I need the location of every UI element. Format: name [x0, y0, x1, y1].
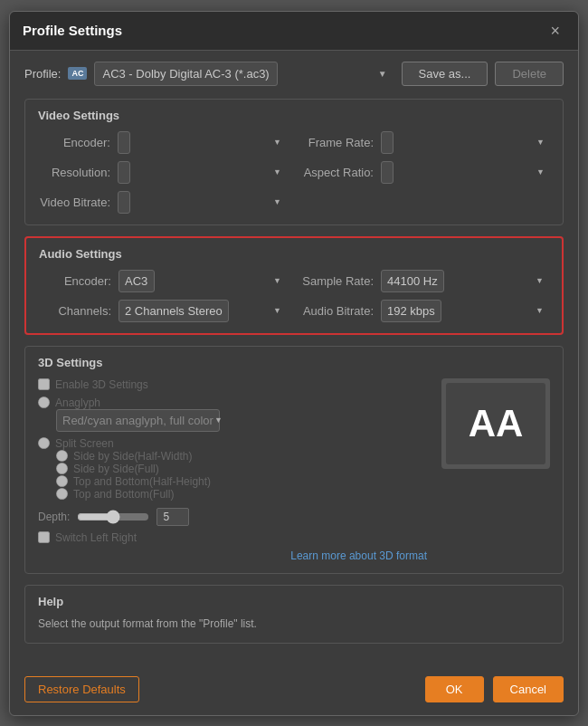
sub-radio-group: Side by Side(Half-Width) Side by Side(Fu…	[56, 450, 427, 501]
sample-rate-row: Sample Rate: 44100 Hz	[301, 270, 549, 292]
dialog-footer: Restore Defaults OK Cancel	[10, 667, 578, 715]
aspect-ratio-label: Aspect Ratio:	[301, 166, 374, 179]
channels-row: Channels: 2 Channels Stereo	[39, 300, 287, 322]
anaglyph-label: Anaglyph	[55, 396, 100, 409]
video-bitrate-select-wrapper	[118, 191, 287, 214]
encoder-select-wrapper	[118, 131, 287, 154]
sample-rate-label: Sample Rate:	[301, 274, 374, 288]
side-by-side-half-row: Side by Side(Half-Width)	[56, 450, 427, 463]
enable-3d-label: Enable 3D Settings	[55, 378, 148, 391]
anaglyph-radio[interactable]	[38, 396, 50, 408]
profile-settings-dialog: Profile Settings × Profile: AC AC3 - Dol…	[9, 11, 579, 716]
side-by-side-full-row: Side by Side(Full)	[56, 463, 427, 475]
encoder-label: Encoder:	[38, 136, 110, 149]
save-as-button[interactable]: Save as...	[402, 62, 488, 86]
video-settings-title: Video Settings	[38, 109, 550, 122]
side-by-side-full-radio[interactable]	[56, 463, 68, 474]
video-settings-section: Video Settings Encoder: Frame Rate:	[24, 99, 564, 225]
channels-select-wrapper: 2 Channels Stereo	[119, 300, 287, 322]
anaglyph-type-wrapper: Red/cyan anaglyph, full color	[56, 409, 427, 432]
help-text: Select the output format from the "Profi…	[38, 617, 550, 630]
top-bottom-half-row: Top and Bottom(Half-Height)	[56, 475, 427, 488]
aspect-ratio-select-wrapper	[381, 161, 550, 184]
audio-settings-section: Audio Settings Encoder: AC3 Sample Rate:…	[24, 236, 564, 335]
title-bar: Profile Settings ×	[10, 12, 578, 51]
audio-settings-title: Audio Settings	[39, 247, 549, 261]
aspect-ratio-select[interactable]	[381, 161, 394, 184]
profile-label: Profile:	[24, 67, 61, 81]
audio-encoder-select[interactable]: AC3	[119, 270, 155, 292]
channels-label: Channels:	[39, 304, 111, 318]
split-screen-row: Split Screen	[38, 437, 427, 450]
close-button[interactable]: ×	[545, 21, 565, 41]
side-by-side-half-radio[interactable]	[56, 450, 68, 462]
side-by-side-full-label: Side by Side(Full)	[73, 463, 159, 475]
depth-input[interactable]	[156, 508, 189, 526]
profile-row: Profile: AC AC3 - Dolby Digital AC-3 (*.…	[24, 62, 564, 86]
enable-3d-checkbox[interactable]	[38, 378, 50, 390]
delete-button[interactable]: Delete	[495, 62, 564, 86]
profile-icon: AC	[68, 67, 87, 80]
video-bitrate-row: Video Bitrate:	[38, 191, 287, 214]
anaglyph-type-select[interactable]: Red/cyan anaglyph, full color	[56, 409, 220, 432]
resolution-label: Resolution:	[38, 166, 110, 179]
anaglyph-type-select-wrapper: Red/cyan anaglyph, full color	[56, 409, 228, 432]
enable-3d-row: Enable 3D Settings	[38, 378, 427, 391]
three-d-preview: AA	[441, 378, 550, 469]
audio-bitrate-select[interactable]: 192 kbps	[381, 300, 441, 322]
resolution-select-wrapper	[118, 161, 287, 184]
help-title: Help	[38, 595, 550, 608]
three-d-settings-title: 3D Settings	[38, 356, 550, 369]
profile-select[interactable]: AC3 - Dolby Digital AC-3 (*.ac3)	[94, 62, 278, 86]
switch-left-right-checkbox[interactable]	[38, 531, 50, 543]
video-settings-grid: Encoder: Frame Rate:	[38, 131, 550, 214]
audio-encoder-row: Encoder: AC3	[39, 270, 287, 292]
depth-slider[interactable]	[77, 510, 149, 524]
sample-rate-select[interactable]: 44100 Hz	[381, 270, 444, 292]
top-bottom-half-label: Top and Bottom(Half-Height)	[73, 475, 211, 488]
learn-more-link[interactable]: Learn more about 3D format	[38, 549, 427, 562]
frame-rate-select[interactable]	[381, 131, 394, 154]
audio-bitrate-label: Audio Bitrate:	[301, 304, 374, 318]
ok-button[interactable]: OK	[425, 676, 484, 702]
split-screen-label: Split Screen	[55, 437, 114, 450]
aspect-ratio-row: Aspect Ratio:	[301, 161, 550, 184]
audio-settings-grid: Encoder: AC3 Sample Rate: 44100 Hz	[39, 270, 549, 322]
frame-rate-select-wrapper	[381, 131, 550, 154]
depth-row: Depth:	[38, 508, 427, 526]
three-d-content: Enable 3D Settings Anaglyph Red/cyan ana…	[38, 378, 550, 562]
audio-bitrate-select-wrapper: 192 kbps	[381, 300, 549, 322]
audio-bitrate-row: Audio Bitrate: 192 kbps	[301, 300, 549, 322]
dialog-title: Profile Settings	[23, 23, 122, 38]
cancel-button[interactable]: Cancel	[493, 676, 564, 702]
profile-select-wrapper: AC3 - Dolby Digital AC-3 (*.ac3)	[94, 62, 394, 86]
switch-left-right-label: Switch Left Right	[55, 531, 137, 544]
aa-preview-text: AA	[469, 402, 524, 445]
encoder-select[interactable]	[118, 131, 130, 154]
top-bottom-full-label: Top and Bottom(Full)	[73, 488, 174, 501]
aa-preview-box: AA	[446, 383, 545, 464]
restore-defaults-button[interactable]: Restore Defaults	[24, 676, 139, 702]
footer-right: OK Cancel	[425, 676, 564, 702]
three-d-settings-section: 3D Settings Enable 3D Settings Anaglyph	[24, 346, 564, 574]
three-d-left: Enable 3D Settings Anaglyph Red/cyan ana…	[38, 378, 427, 562]
audio-encoder-label: Encoder:	[39, 274, 111, 288]
top-bottom-full-radio[interactable]	[56, 488, 68, 500]
depth-label: Depth:	[38, 511, 70, 523]
top-bottom-full-row: Top and Bottom(Full)	[56, 488, 427, 501]
audio-encoder-select-wrapper: AC3	[119, 270, 287, 292]
video-bitrate-select[interactable]	[118, 191, 130, 214]
side-by-side-half-label: Side by Side(Half-Width)	[73, 450, 192, 463]
switch-left-right-row: Switch Left Right	[38, 531, 427, 544]
split-screen-radio[interactable]	[38, 437, 50, 449]
resolution-select[interactable]	[118, 161, 130, 184]
encoder-row: Encoder:	[38, 131, 287, 154]
video-bitrate-label: Video Bitrate:	[38, 196, 110, 209]
help-section: Help Select the output format from the "…	[24, 585, 564, 644]
top-bottom-half-radio[interactable]	[56, 475, 68, 487]
channels-select[interactable]: 2 Channels Stereo	[119, 300, 229, 322]
frame-rate-row: Frame Rate:	[301, 131, 550, 154]
anaglyph-row: Anaglyph	[38, 396, 427, 409]
frame-rate-label: Frame Rate:	[301, 136, 374, 149]
sample-rate-select-wrapper: 44100 Hz	[381, 270, 549, 292]
